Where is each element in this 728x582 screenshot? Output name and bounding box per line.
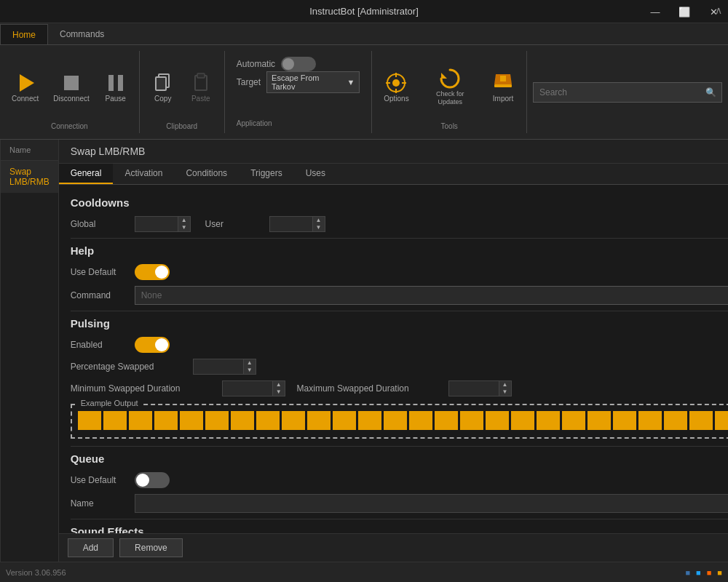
sub-tabs: General Activation Conditions Triggers U…: [59, 164, 728, 185]
pulse-block: [78, 411, 101, 430]
commands-panel-header: Name: [1, 140, 58, 161]
tab-home[interactable]: Home: [0, 24, 48, 44]
help-use-default-row: Use Default: [71, 264, 728, 280]
svg-rect-1: [64, 76, 79, 90]
connection-group-label: Connection: [51, 119, 88, 130]
svg-rect-5: [156, 77, 166, 90]
pulsing-percentage-row: Percentage Swapped 50% ▲ ▼: [71, 359, 728, 375]
percentage-input[interactable]: 50%: [193, 359, 244, 375]
status-bar: Version 3.06.956 ■ ■ ■ ■: [0, 562, 728, 582]
sub-tab-general[interactable]: General: [59, 164, 114, 184]
sound-effects-title: Sound Effects: [71, 525, 728, 533]
options-button[interactable]: Options: [378, 68, 414, 105]
user-up-btn[interactable]: ▲: [313, 217, 325, 224]
connect-button[interactable]: Connect: [6, 68, 44, 105]
min-duration-down-btn[interactable]: ▼: [273, 388, 285, 396]
global-down-btn[interactable]: ▼: [178, 224, 190, 231]
svg-point-9: [392, 79, 400, 87]
svg-rect-7: [197, 73, 205, 78]
options-icon: [384, 71, 408, 95]
help-use-default-toggle[interactable]: [135, 264, 170, 280]
queue-name-row: Name: [71, 494, 728, 513]
tab-commands[interactable]: Commands: [48, 24, 116, 44]
pulse-blocks: [78, 411, 728, 431]
tools-group-label: Tools: [441, 119, 458, 130]
content-body-wrap: Cooldowns Global 0 ▲ ▼ User 0 ▲: [59, 185, 728, 533]
user-down-btn[interactable]: ▼: [313, 224, 325, 231]
max-duration-label: Maximum Swapped Duration: [297, 383, 443, 394]
pulse-block: [486, 411, 509, 430]
target-label: Target: [237, 77, 261, 87]
max-duration-up-btn[interactable]: ▲: [499, 381, 511, 388]
automatic-toggle[interactable]: [281, 57, 316, 71]
action-footer: Add Remove Apply: [59, 533, 728, 562]
copy-label: Copy: [154, 95, 171, 103]
toolbar-collapse-button[interactable]: ∧: [709, 0, 728, 20]
main-layout: 👤 Users Commands Ove: [0, 140, 728, 562]
target-dropdown[interactable]: Escape From Tarkov ▼: [266, 71, 360, 93]
connect-icon: [14, 71, 37, 95]
pause-button[interactable]: Pause: [98, 68, 133, 105]
remove-button[interactable]: Remove: [119, 538, 183, 557]
search-input[interactable]: [533, 82, 722, 103]
pulse-block: [409, 411, 432, 430]
status-icon-3: ■: [707, 568, 712, 577]
pulse-block: [613, 411, 636, 430]
automatic-label: Automatic: [237, 59, 275, 69]
percentage-down-btn[interactable]: ▼: [244, 367, 256, 374]
command-item-swap-lmb[interactable]: Swap LMB/RMB: [1, 161, 58, 193]
min-duration-up-btn[interactable]: ▲: [273, 381, 285, 388]
check-updates-button[interactable]: Check for Updates: [417, 64, 483, 109]
pulse-block: [358, 411, 381, 430]
paste-icon: [189, 71, 213, 95]
commands-panel: Name Swap LMB/RMB: [1, 140, 59, 562]
import-label: Import: [493, 95, 513, 103]
pulsing-enabled-label: Enabled: [71, 340, 129, 350]
svg-rect-2: [108, 75, 114, 91]
global-spinner: 0 ▲ ▼: [135, 216, 191, 232]
queue-title: Queue: [71, 453, 728, 465]
help-command-dropdown[interactable]: None ▼: [135, 286, 728, 305]
percentage-up-btn[interactable]: ▲: [244, 359, 256, 367]
pulsing-enabled-toggle[interactable]: [135, 337, 170, 353]
pulse-block: [231, 411, 254, 430]
minimize-button[interactable]: —: [641, 0, 670, 23]
max-duration-input[interactable]: 5000: [448, 380, 499, 396]
pause-label: Pause: [106, 95, 126, 103]
sub-tab-activation[interactable]: Activation: [113, 164, 174, 184]
global-up-btn[interactable]: ▲: [178, 217, 190, 224]
maximize-button[interactable]: ⬜: [670, 0, 699, 23]
content-scroll[interactable]: Cooldowns Global 0 ▲ ▼ User 0 ▲: [59, 185, 728, 533]
global-label: Global: [71, 219, 129, 229]
paste-button[interactable]: Paste: [183, 68, 218, 105]
copy-button[interactable]: Copy: [146, 68, 181, 105]
queue-name-input[interactable]: [135, 494, 728, 513]
import-icon: [491, 71, 515, 95]
sub-tab-uses[interactable]: Uses: [294, 164, 337, 184]
user-input[interactable]: 0: [269, 216, 313, 232]
pulse-block: [638, 411, 662, 430]
pause-icon: [104, 71, 127, 95]
add-button[interactable]: Add: [68, 538, 114, 557]
pulsing-title: Pulsing: [71, 317, 728, 330]
pulse-block: [664, 411, 687, 430]
svg-rect-17: [500, 76, 506, 81]
max-duration-down-btn[interactable]: ▼: [499, 388, 511, 396]
disconnect-button[interactable]: Disconnect: [47, 68, 95, 105]
example-output-label: Example Output: [78, 399, 141, 407]
sub-tab-triggers[interactable]: Triggers: [239, 164, 294, 184]
help-title: Help: [71, 244, 728, 257]
global-input[interactable]: 0: [135, 216, 178, 232]
sub-tab-conditions[interactable]: Conditions: [174, 164, 239, 184]
status-icon-4: ■: [717, 568, 722, 577]
nav-tabs: Home Commands: [0, 23, 728, 45]
pulse-block: [180, 411, 203, 430]
import-button[interactable]: Import: [486, 68, 521, 105]
search-icon: 🔍: [705, 87, 716, 97]
version-label: Version 3.06.956: [6, 568, 66, 577]
queue-use-default-toggle[interactable]: [135, 472, 170, 488]
svg-rect-15: [494, 84, 512, 87]
disconnect-icon: [60, 71, 83, 95]
toolbar: Connect Disconnect Pause: [0, 45, 728, 140]
min-duration-input[interactable]: 3000: [222, 380, 273, 396]
